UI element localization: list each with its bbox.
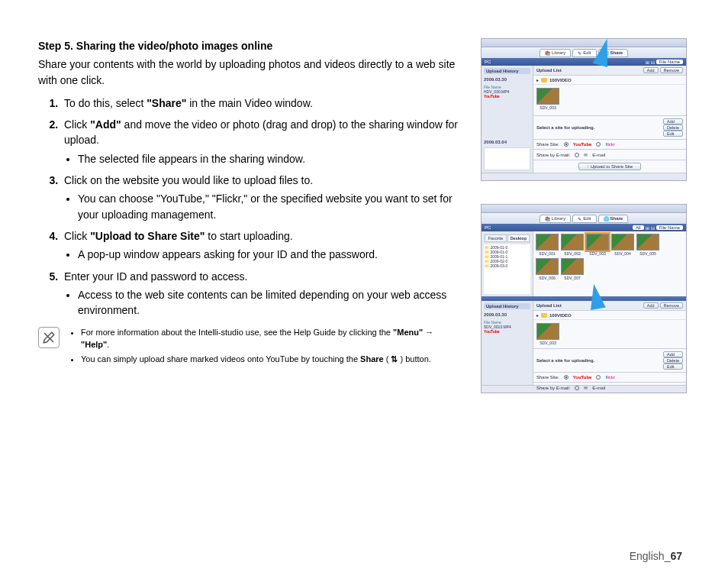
- tree-item[interactable]: 📁 2009-03-0: [485, 263, 530, 268]
- tab-library[interactable]: 📚Library: [540, 49, 571, 57]
- tab-edit[interactable]: ✎Edit: [572, 49, 596, 57]
- radio-flickr[interactable]: [596, 142, 601, 147]
- step-title: Step 5. Sharing the video/photo images o…: [38, 38, 458, 53]
- page-footer: English_67: [630, 550, 682, 562]
- screenshot-2: 📚Library ✎Edit 🌐Share PC All⊞⊟ File Name…: [481, 204, 687, 393]
- step-1: To do this, select "Share" in the main V…: [61, 95, 458, 111]
- add-button[interactable]: Add: [643, 67, 659, 73]
- step-3: Click on the website you would like to u…: [61, 173, 458, 222]
- instruction-text: Step 5. Sharing the video/photo images o…: [38, 38, 458, 393]
- step-5: Enter your ID and password to access. Ac…: [61, 269, 458, 318]
- folder-row[interactable]: ▸100VIDEO: [533, 76, 686, 85]
- step-4: Click "Upload to Share Site" to start up…: [61, 228, 458, 263]
- screenshot-1: 📚Library ✎Edit 🌐Share PC ⊞⊟ File Name Up…: [481, 38, 687, 181]
- history-item[interactable]: File Name HDV_030.MP4 YouTube: [484, 85, 530, 99]
- step-2: Click "Add" and move the video or photo …: [61, 117, 458, 166]
- radio-email[interactable]: [575, 153, 579, 157]
- note-icon: [38, 327, 60, 348]
- intro-text: Share your contents with the world by up…: [38, 57, 458, 88]
- steps-list: To do this, select "Share" in the main V…: [38, 95, 458, 318]
- radio-youtube[interactable]: [564, 142, 569, 147]
- upload-history-header: Upload History: [484, 68, 530, 74]
- remove-button[interactable]: Remove: [660, 67, 683, 73]
- upload-list-label: Upload List: [536, 68, 562, 73]
- upload-button[interactable]: ↑ Upload to Share Site: [578, 163, 641, 170]
- toolbar: PC ⊞⊟ File Name: [482, 58, 686, 66]
- thumb[interactable]: SDV_003: [536, 88, 559, 110]
- note-box: For more information about the Intelli-s…: [38, 327, 458, 368]
